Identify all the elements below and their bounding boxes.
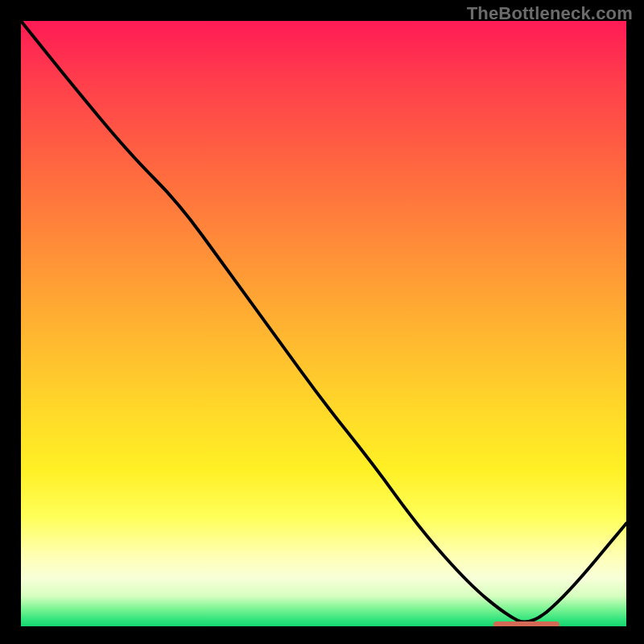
optimal-range-marker: [493, 621, 560, 626]
curve-layer: [21, 21, 626, 626]
watermark-text: TheBottleneck.com: [467, 3, 633, 24]
plot-area: [21, 21, 626, 626]
chart-root: TheBottleneck.com: [0, 0, 644, 644]
bottleneck-curve: [21, 21, 626, 622]
